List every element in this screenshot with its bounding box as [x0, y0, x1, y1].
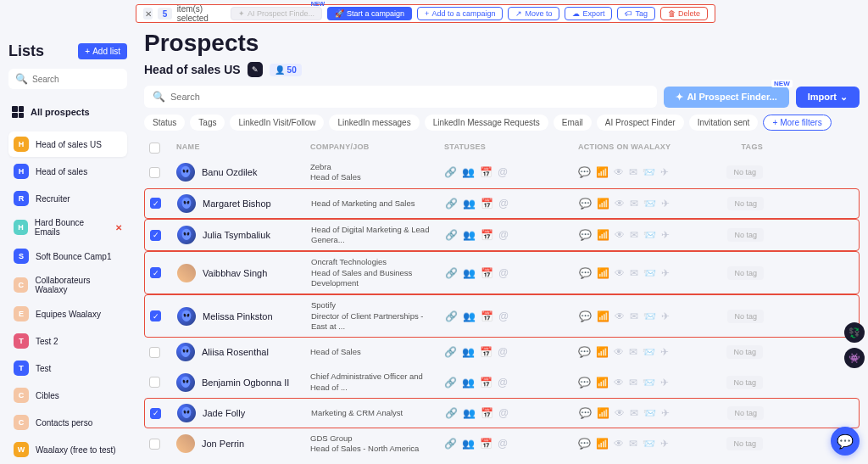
inbox-icon[interactable]: 📨 — [643, 346, 655, 358]
send-icon[interactable]: ✈ — [661, 310, 670, 322]
name-cell[interactable]: Aliisa Rosenthal — [176, 343, 303, 361]
send-icon[interactable]: ✈ — [661, 407, 670, 419]
link-icon[interactable]: 🔗 — [444, 346, 457, 358]
message-icon[interactable]: 💬 — [578, 377, 591, 389]
calendar-icon[interactable]: 📅 — [480, 377, 492, 389]
filter-pill[interactable]: Invitation sent — [689, 115, 759, 131]
mail-icon[interactable]: ✉ — [629, 346, 637, 358]
link-icon[interactable]: 🔗 — [445, 198, 458, 210]
mail-icon[interactable]: ✉ — [630, 407, 638, 419]
calendar-icon[interactable]: 📅 — [481, 310, 493, 322]
people-icon[interactable]: 👥 — [462, 377, 475, 389]
start-campaign-button[interactable]: 🚀 Start a campaign — [327, 7, 412, 20]
rss-icon[interactable]: 📶 — [597, 229, 609, 241]
export-button[interactable]: ☁ Export — [565, 7, 612, 20]
filter-pill[interactable]: AI Prospect Finder — [597, 115, 684, 131]
rss-icon[interactable]: 📶 — [596, 166, 609, 178]
row-checkbox[interactable] — [149, 439, 160, 450]
inbox-icon[interactable]: 📨 — [643, 267, 656, 279]
inbox-icon[interactable]: 📨 — [643, 438, 655, 450]
mail-icon[interactable]: ✉ — [630, 229, 638, 241]
sidebar-item[interactable]: HHead of sales US — [8, 131, 127, 157]
eye-icon[interactable]: 👁 — [615, 267, 625, 279]
inbox-icon[interactable]: 📨 — [643, 310, 656, 322]
row-checkbox[interactable] — [149, 167, 160, 178]
row-checkbox[interactable] — [150, 267, 161, 278]
mail-icon[interactable]: ✉ — [630, 310, 638, 322]
rss-icon[interactable]: 📶 — [597, 267, 609, 279]
mail-icon[interactable]: ✉ — [629, 166, 637, 178]
name-cell[interactable]: Jade Folly — [177, 404, 304, 422]
send-icon[interactable]: ✈ — [660, 166, 669, 178]
link-icon[interactable]: 🔗 — [445, 267, 458, 279]
name-cell[interactable]: Margaret Bishop — [177, 194, 304, 213]
no-tag-button[interactable]: No tag — [727, 310, 764, 323]
sidebar-search[interactable]: 🔍 — [8, 69, 127, 89]
send-icon[interactable]: ✈ — [661, 229, 670, 241]
row-checkbox[interactable] — [149, 347, 160, 358]
main-search[interactable]: 🔍 — [144, 86, 657, 108]
row-checkbox[interactable] — [150, 230, 161, 241]
inbox-icon[interactable]: 📨 — [643, 377, 655, 389]
at-icon[interactable]: @ — [498, 438, 508, 450]
message-icon[interactable]: 💬 — [579, 310, 592, 322]
message-icon[interactable]: 💬 — [578, 438, 591, 450]
sidebar-item[interactable]: TTest 2 — [8, 328, 127, 354]
people-icon[interactable]: 👥 — [463, 267, 476, 279]
sidebar-item[interactable]: EEquipes Waalaxy — [8, 301, 127, 327]
link-icon[interactable]: 🔗 — [444, 377, 457, 389]
filter-pill[interactable]: Tags — [190, 115, 225, 131]
main-search-input[interactable] — [170, 92, 648, 102]
send-icon[interactable]: ✈ — [660, 377, 669, 389]
row-checkbox[interactable] — [150, 310, 161, 321]
at-icon[interactable]: @ — [498, 407, 509, 419]
name-cell[interactable]: Benjamin Ogbonna II — [176, 373, 303, 392]
calendar-icon[interactable]: 📅 — [480, 438, 492, 450]
calendar-icon[interactable]: 📅 — [481, 407, 493, 419]
at-icon[interactable]: @ — [498, 166, 508, 178]
all-prospects-link[interactable]: All prospects — [8, 101, 127, 123]
sidebar-item[interactable]: CCibles — [8, 383, 127, 408]
name-cell[interactable]: Vaibbhav Singh — [177, 264, 304, 282]
eye-icon[interactable]: 👁 — [614, 377, 624, 389]
message-icon[interactable]: 💬 — [578, 166, 591, 178]
at-icon[interactable]: @ — [498, 198, 509, 210]
no-tag-button[interactable]: No tag — [726, 437, 763, 450]
at-icon[interactable]: @ — [498, 267, 509, 279]
link-icon[interactable]: 🔗 — [445, 310, 458, 322]
at-icon[interactable]: @ — [498, 346, 508, 358]
tag-button[interactable]: 🏷 Tag — [617, 7, 655, 20]
mail-icon[interactable]: ✉ — [630, 198, 638, 210]
discord-button[interactable]: 👾 — [844, 348, 865, 368]
sidebar-item[interactable]: WWaalaxy (free to test) — [8, 437, 127, 462]
move-to-button[interactable]: ↗ Move to — [508, 7, 559, 20]
rss-icon[interactable]: 📶 — [597, 407, 609, 419]
no-tag-button[interactable]: No tag — [727, 228, 764, 242]
select-all-checkbox[interactable] — [149, 143, 160, 154]
at-icon[interactable]: @ — [498, 229, 509, 241]
more-filters-button[interactable]: + More filters — [763, 115, 831, 131]
sidebar-item[interactable]: RRecruiter — [8, 186, 127, 211]
no-tag-button[interactable]: No tag — [727, 406, 764, 420]
name-cell[interactable]: Jon Perrin — [176, 434, 303, 453]
at-icon[interactable]: @ — [498, 310, 509, 322]
eye-icon[interactable]: 👁 — [615, 310, 625, 322]
send-icon[interactable]: ✈ — [660, 438, 669, 450]
sidebar-item[interactable]: CContacts perso — [8, 410, 127, 435]
eye-icon[interactable]: 👁 — [615, 198, 625, 210]
rss-icon[interactable]: 📶 — [596, 438, 609, 450]
rss-icon[interactable]: 📶 — [597, 198, 609, 210]
import-button[interactable]: Import ⌄ — [796, 87, 860, 108]
filter-pill[interactable]: LinkedIn messages — [329, 115, 419, 131]
name-cell[interactable]: Melissa Pinkston — [177, 307, 304, 326]
eye-icon[interactable]: 👁 — [614, 346, 624, 358]
filter-pill[interactable]: Status — [144, 115, 185, 131]
mail-icon[interactable]: ✉ — [629, 377, 637, 389]
sidebar-item[interactable]: SSoft Bounce Camp1 — [8, 243, 127, 269]
row-checkbox[interactable] — [149, 377, 160, 388]
message-icon[interactable]: 💬 — [578, 346, 591, 358]
link-icon[interactable]: 🔗 — [445, 229, 458, 241]
link-icon[interactable]: 🔗 — [444, 438, 457, 450]
name-cell[interactable]: Julia Tsymbaliuk — [177, 226, 304, 244]
rss-icon[interactable]: 📶 — [596, 346, 609, 358]
